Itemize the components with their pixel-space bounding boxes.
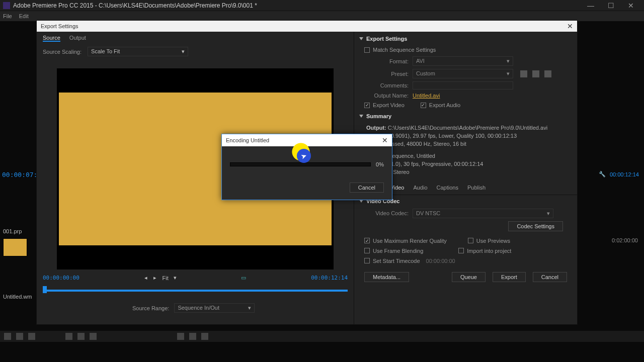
tab-output[interactable]: Output	[69, 35, 86, 42]
tab-publish[interactable]: Publish	[467, 185, 486, 191]
use-previews-checkbox[interactable]	[468, 238, 473, 243]
output-name-label: Output Name:	[364, 93, 409, 99]
out-timecode[interactable]: 00:00:12:14	[311, 275, 348, 281]
new-item-icon[interactable]	[189, 333, 196, 340]
program-timecode-left: 00:00:07:1	[2, 171, 34, 178]
export-audio-checkbox[interactable]	[421, 103, 426, 108]
source-scaling-label: Source Scaling:	[43, 49, 82, 55]
delete-preset-icon[interactable]	[544, 70, 551, 77]
chevron-down-icon: ▾	[174, 275, 177, 281]
format-value: AVI	[416, 58, 425, 64]
fit-dropdown[interactable]: Fit	[163, 275, 169, 281]
chevron-down-icon: ▾	[547, 210, 550, 217]
step-forward-icon[interactable]: ▸	[153, 275, 156, 281]
import-preset-icon[interactable]	[532, 70, 539, 77]
video-codec-dropdown[interactable]: DV NTSC▾	[413, 209, 553, 218]
maximize-button[interactable]: ☐	[601, 2, 621, 10]
app-icon	[3, 2, 10, 9]
start-timecode-label: Set Start Timecode	[373, 258, 420, 264]
close-icon[interactable]: ✕	[382, 136, 388, 144]
summary-heading: Summary	[366, 113, 391, 119]
summary-output-path: C:\Users\KLS4E\Documents\Adobe\Premiere …	[388, 125, 547, 131]
project-panel: 001.prp Untitled.wm	[2, 226, 34, 302]
encoding-dialog-title: Encoding Untitled	[226, 137, 382, 143]
tab-audio[interactable]: Audio	[413, 185, 427, 191]
max-render-label: Use Maximum Render Quality	[373, 238, 447, 244]
queue-button[interactable]: Queue	[452, 272, 486, 282]
cancel-button[interactable]: Cancel	[533, 272, 567, 282]
metadata-button[interactable]: Metadata...	[364, 272, 409, 282]
frame-blend-label: Use Frame Blending	[373, 248, 423, 254]
output-name-link[interactable]: Untitled.avi	[413, 93, 440, 99]
new-bin-icon[interactable]	[177, 333, 184, 340]
format-label: Format:	[364, 58, 409, 64]
codec-settings-button[interactable]: Codec Settings	[508, 221, 563, 231]
source-range-label: Source Range:	[132, 305, 169, 311]
export-video-checkbox[interactable]	[364, 103, 370, 108]
icon-view-icon[interactable]	[16, 333, 23, 340]
start-timecode-value: 00:00:00:00	[426, 258, 455, 264]
preset-dropdown[interactable]: Custom▾	[413, 69, 513, 78]
timeline-ruler-tick: 0:02:00:00	[612, 237, 638, 243]
encoding-dialog-titlebar: Encoding Untitled ✕	[222, 134, 392, 146]
project-file[interactable]: 001.prp	[2, 226, 34, 236]
clip-thumbnail[interactable]	[3, 238, 27, 256]
automate-icon[interactable]	[77, 333, 85, 340]
encoding-cancel-button[interactable]: Cancel	[350, 183, 384, 193]
timecode-value: 00:00:12:14	[610, 171, 639, 177]
source-range-dropdown[interactable]: Sequence In/Out ▾	[174, 303, 255, 313]
match-sequence-checkbox[interactable]	[364, 47, 370, 53]
use-previews-label: Use Previews	[476, 238, 510, 244]
export-video-label: Export Video	[373, 102, 405, 108]
crop-icon[interactable]: ▭	[241, 275, 246, 281]
export-close-icon[interactable]: ✕	[558, 22, 573, 30]
max-render-checkbox[interactable]	[364, 238, 370, 243]
close-button[interactable]: ✕	[621, 2, 641, 10]
step-back-icon[interactable]: ◂	[144, 275, 147, 281]
wrench-icon[interactable]: 🔧	[599, 171, 606, 177]
preview-tabs: Source Output	[37, 32, 354, 45]
frame-blend-checkbox[interactable]	[364, 248, 370, 253]
playhead[interactable]	[43, 286, 47, 293]
start-timecode-checkbox[interactable]	[364, 258, 370, 263]
sort-icon[interactable]	[65, 333, 72, 340]
tab-source[interactable]: Source	[43, 35, 60, 42]
export-button[interactable]: Export	[493, 272, 526, 282]
app-title: Adobe Premiere Pro CC 2015 - C:\Users\KL…	[13, 2, 581, 9]
chevron-down-icon: ▾	[507, 58, 510, 64]
menubar: File Edit	[0, 11, 644, 21]
chevron-down-icon: ▾	[507, 70, 510, 77]
twirl-icon[interactable]	[359, 115, 363, 118]
menu-edit[interactable]: Edit	[19, 13, 29, 19]
freeform-icon[interactable]	[28, 333, 35, 340]
export-window-title: Export Settings	[41, 23, 558, 29]
in-timecode[interactable]: 00:00:00:00	[43, 275, 79, 281]
find-icon[interactable]	[90, 333, 97, 340]
source-scaling-dropdown[interactable]: Scale To Fit ▾	[88, 47, 188, 56]
export-timeline[interactable]	[43, 286, 348, 294]
export-settings-heading: Export Settings	[366, 36, 407, 42]
import-project-checkbox[interactable]	[458, 248, 464, 253]
encoding-percent: 0%	[376, 161, 384, 167]
menu-file[interactable]: File	[3, 13, 12, 19]
list-view-icon[interactable]	[4, 333, 11, 340]
match-sequence-label: Match Sequence Settings	[373, 47, 436, 53]
program-timecode-right: 🔧 00:00:12:14	[599, 171, 639, 177]
export-audio-label: Export Audio	[429, 102, 460, 108]
sequence-name[interactable]: Untitled.wm	[2, 292, 34, 302]
import-project-label: Import into project	[467, 248, 511, 254]
comments-label: Comments:	[364, 82, 409, 88]
encoding-progress-bar	[230, 162, 371, 166]
preset-value: Custom	[416, 70, 435, 77]
app-titlebar: Adobe Premiere Pro CC 2015 - C:\Users\KL…	[0, 0, 644, 11]
comments-input[interactable]	[413, 81, 513, 89]
tab-captions[interactable]: Captions	[437, 185, 458, 191]
twirl-icon[interactable]	[359, 37, 363, 40]
export-window-titlebar: Export Settings ✕	[37, 21, 577, 32]
chevron-down-icon: ▾	[248, 305, 251, 311]
save-preset-icon[interactable]	[520, 70, 527, 77]
minimize-button[interactable]: —	[581, 2, 601, 10]
format-dropdown[interactable]: AVI▾	[413, 56, 513, 66]
clear-icon[interactable]	[201, 333, 208, 340]
source-range-value: Sequence In/Out	[178, 305, 219, 311]
